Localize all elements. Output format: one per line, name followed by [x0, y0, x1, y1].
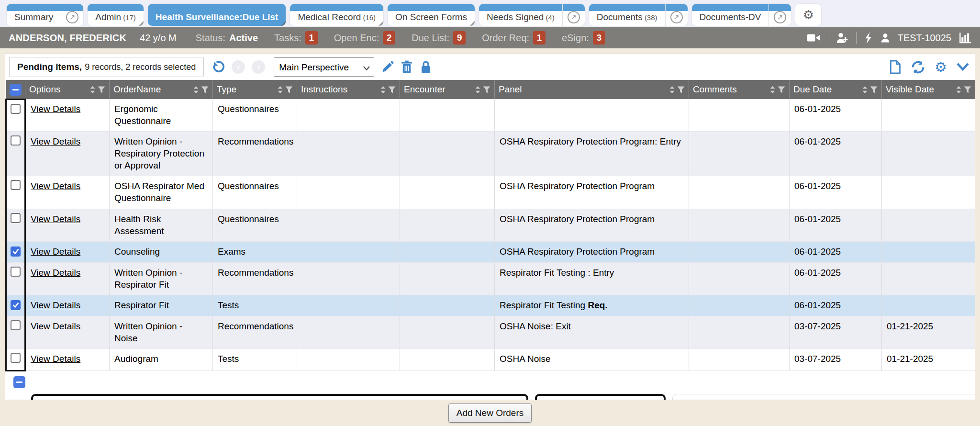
- sort-icon[interactable]: [862, 86, 868, 93]
- bar-chart-icon[interactable]: [959, 32, 971, 44]
- cell-instructions: [297, 176, 400, 209]
- perspective-select[interactable]: Main Perspective: [274, 57, 374, 77]
- collapse-chevron-icon[interactable]: [957, 63, 969, 71]
- cell-comments: [689, 209, 790, 241]
- sort-icon[interactable]: [278, 86, 283, 93]
- cell-type: Questionnaires: [213, 209, 297, 241]
- sort-icon[interactable]: [475, 86, 480, 93]
- sort-icon[interactable]: [669, 86, 675, 93]
- filter-funnel-icon[interactable]: [483, 86, 490, 93]
- view-details-link[interactable]: View Details: [31, 354, 80, 364]
- add-new-orders-button[interactable]: Add New Orders: [448, 404, 532, 423]
- tab-medical-record[interactable]: Medical Record(16): [290, 4, 383, 26]
- row-checkbox[interactable]: [11, 213, 21, 223]
- row-checkbox[interactable]: [11, 135, 21, 146]
- view-details-link[interactable]: View Details: [31, 321, 80, 331]
- sort-icon[interactable]: [90, 86, 95, 93]
- view-details-link[interactable]: View Details: [31, 300, 80, 310]
- lock-icon[interactable]: [420, 60, 432, 74]
- filter-funnel-icon[interactable]: [201, 86, 209, 93]
- open-in-new-window[interactable]: ↗: [665, 4, 688, 26]
- view-details-link[interactable]: View Details: [31, 181, 80, 191]
- action-bar: Action EditAdd To WaitlistEvaluateSchedu…: [31, 394, 975, 400]
- cell-panel: OSHA Noise: [495, 349, 689, 371]
- cell-instructions: [297, 349, 400, 371]
- row-checkbox[interactable]: [11, 320, 21, 330]
- row-checkbox[interactable]: [11, 353, 21, 363]
- sort-icon[interactable]: [193, 86, 199, 93]
- sort-icon[interactable]: [380, 86, 386, 93]
- cell-instructions: [297, 316, 400, 348]
- filter-funnel-icon[interactable]: [677, 86, 685, 93]
- delete-perspective-icon[interactable]: [401, 60, 413, 74]
- view-details-link[interactable]: View Details: [31, 214, 80, 224]
- filter-funnel-icon[interactable]: [964, 86, 971, 93]
- tab-documents-dv[interactable]: Documents-DV↗: [692, 4, 791, 26]
- due-list-badge[interactable]: 9: [453, 31, 466, 45]
- filter-funnel-icon[interactable]: [778, 86, 785, 93]
- cell-visible-date: [882, 295, 976, 316]
- tab-documents[interactable]: Documents(38)↗: [589, 4, 688, 26]
- open-in-new-window[interactable]: ↗: [768, 4, 791, 26]
- order-req-badge[interactable]: 1: [533, 31, 546, 45]
- tab-health-surveillance-due-list[interactable]: Health Surveillance:Due List: [148, 4, 286, 26]
- column-label: Visible Date: [886, 84, 953, 95]
- row-checkbox[interactable]: [11, 267, 21, 277]
- cell-visible-date: [882, 262, 976, 295]
- grid-title: Pending Items, 9 records, 2 records sele…: [9, 57, 204, 77]
- column-label: Due Date: [793, 84, 859, 95]
- sort-icon[interactable]: [956, 86, 961, 93]
- tab-needs-signed[interactable]: Needs Signed(4)↗: [479, 4, 585, 26]
- tab-settings-gears[interactable]: ⚙︎: [795, 4, 821, 26]
- new-document-icon[interactable]: [889, 60, 902, 74]
- status-label: Status:: [196, 33, 225, 44]
- tab-on-screen-forms[interactable]: On Screen Forms: [388, 4, 475, 26]
- filter-funnel-icon[interactable]: [98, 86, 105, 93]
- open-enc-badge[interactable]: 2: [383, 31, 395, 45]
- view-details-link[interactable]: View Details: [31, 268, 80, 278]
- edit-perspective-icon[interactable]: [381, 61, 394, 74]
- undo-icon[interactable]: [211, 60, 225, 74]
- tab-summary[interactable]: Summary↗: [7, 4, 83, 26]
- cell-due-date: 06-01-2025: [790, 209, 882, 241]
- cell-type: Exams: [213, 242, 297, 263]
- view-details-link[interactable]: View Details: [31, 136, 80, 146]
- counter-label: Order Req:: [482, 33, 529, 44]
- tab-label: Documents(38): [589, 12, 665, 26]
- filter-funnel-icon[interactable]: [285, 86, 293, 93]
- refresh-icon[interactable]: [911, 60, 925, 74]
- filter-funnel-icon[interactable]: [388, 86, 396, 93]
- select-all-checkbox[interactable]: [10, 84, 22, 96]
- sort-icon[interactable]: [770, 86, 775, 93]
- external-link-icon: ↗: [670, 11, 683, 23]
- row-checkbox[interactable]: [11, 247, 21, 257]
- cell-encounter: [400, 316, 495, 348]
- row-checkbox[interactable]: [11, 104, 21, 114]
- tab-corner-fold: [281, 21, 286, 26]
- column-label: Options: [29, 84, 87, 95]
- view-details-link[interactable]: View Details: [31, 104, 80, 114]
- tasks-badge[interactable]: 1: [305, 31, 318, 45]
- column-header-encounter: Encounter: [400, 80, 495, 99]
- bolt-icon[interactable]: [864, 32, 873, 44]
- table-header-row: OptionsOrderNameTypeInstructionsEncounte…: [6, 80, 976, 99]
- add-user-icon[interactable]: [836, 32, 848, 44]
- cell-ordername: Written Opinion - Respirator Fit: [110, 262, 213, 295]
- view-details-link[interactable]: View Details: [31, 247, 80, 257]
- row-checkbox[interactable]: [11, 300, 21, 310]
- filter-funnel-icon[interactable]: [870, 86, 878, 93]
- video-camera-icon[interactable]: [807, 33, 820, 43]
- esign-badge[interactable]: 3: [593, 31, 605, 45]
- next-perspective-icon[interactable]: ›: [252, 60, 265, 74]
- tab-admin[interactable]: Admin(17): [88, 4, 144, 26]
- cell-type: Recommendations: [213, 132, 297, 176]
- patient-bar: ANDERSON, FREDERICK 42 y/o M Status: Act…: [0, 27, 980, 48]
- open-in-new-window[interactable]: ↗: [61, 4, 83, 26]
- select-all-checkbox-bottom[interactable]: [13, 376, 25, 388]
- open-in-new-window[interactable]: ↗: [562, 4, 585, 26]
- column-label: Comments: [693, 84, 767, 95]
- grid-settings-gear-icon[interactable]: ⚙︎: [935, 60, 947, 74]
- previous-perspective-icon[interactable]: ‹: [232, 60, 245, 74]
- cell-ordername: OSHA Respirator Med Questionnaire: [110, 176, 213, 209]
- row-checkbox[interactable]: [11, 180, 21, 190]
